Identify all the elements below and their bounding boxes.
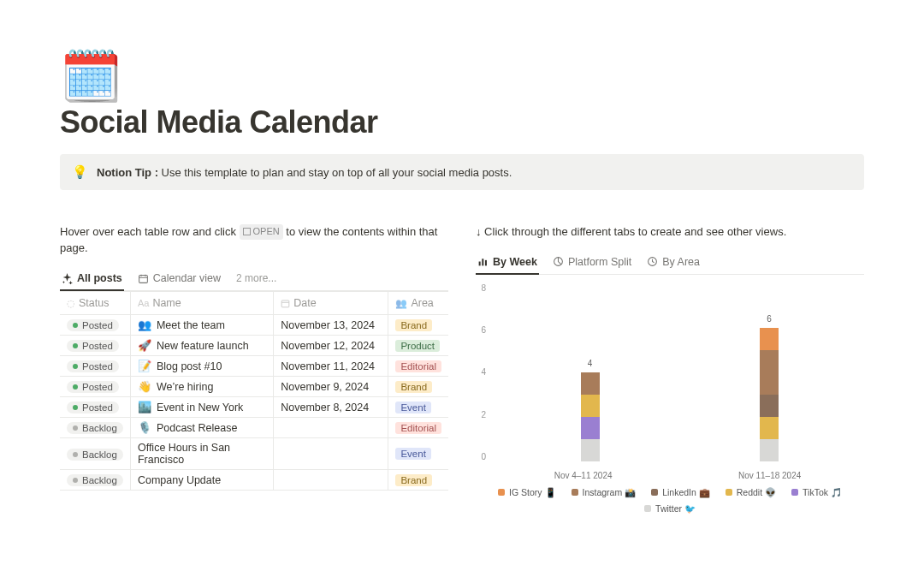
status-label: Posted (82, 382, 113, 392)
legend-item: Twitter 🐦 (644, 503, 696, 515)
table-row[interactable]: Posted🚀New feature launchNovember 12, 20… (60, 336, 448, 356)
status-tag: Posted (67, 340, 119, 352)
cell-status: Backlog (60, 418, 130, 438)
left-hint-pre: Hover over each table row and click (60, 225, 240, 238)
tab-calendar-view[interactable]: Calendar view (136, 267, 222, 291)
page-title: Social Media Calendar (60, 104, 864, 140)
status-label: Backlog (82, 449, 117, 460)
cell-name: 📝Blog post #10 (130, 356, 273, 377)
legend-item: LinkedIn 💼 (651, 487, 710, 498)
y-tick: 2 (476, 410, 486, 419)
row-date: November 9, 2024 (281, 381, 369, 393)
row-name: We’re hiring (157, 381, 213, 393)
bar-segment (760, 328, 779, 350)
status-dot-icon (73, 452, 78, 457)
cell-area: Event (388, 438, 448, 470)
legend-item: Reddit 👽 (726, 487, 776, 498)
table-row[interactable]: BacklogOffice Hours in San FranciscoEven… (60, 438, 448, 470)
bar-total-label: 4 (581, 359, 600, 368)
table-row[interactable]: Posted🏙️Event in New YorkNovember 8, 202… (60, 397, 448, 418)
left-hint: Hover over each table row and click OPEN… (60, 224, 448, 257)
date-col-icon (281, 299, 290, 308)
bar-group: 4 (581, 372, 600, 461)
status-dot-icon (73, 425, 78, 431)
row-emoji-icon: 🚀 (138, 339, 151, 352)
right-hint: ↓ Click through the different tabs to cr… (476, 224, 864, 241)
cell-area: Brand (388, 377, 448, 397)
bar-segment (581, 395, 600, 417)
cell-area: Brand (388, 315, 448, 336)
row-name: Event in New York (157, 402, 243, 413)
tab-all-posts[interactable]: All posts (60, 267, 124, 291)
table-row[interactable]: Backlog🎙️Podcast ReleaseEditorial (60, 418, 448, 438)
sparkle-icon (62, 273, 73, 284)
th-date-label: Date (293, 297, 316, 309)
callout-text: Notion Tip : Use this template to plan a… (97, 166, 512, 179)
svg-rect-4 (485, 260, 487, 266)
cell-area: Brand (388, 470, 448, 491)
status-col-icon: ◌ (67, 298, 75, 309)
status-label: Posted (82, 320, 113, 330)
bar-chart-icon (477, 256, 489, 267)
tab-platform-split[interactable]: Platform Split (551, 251, 633, 275)
legend-label: Twitter 🐦 (655, 503, 696, 515)
th-name[interactable]: AaName (130, 292, 273, 315)
status-tag: Posted (67, 319, 119, 331)
table-row[interactable]: Posted👋We’re hiringNovember 9, 2024Brand (60, 377, 448, 397)
cell-date: November 13, 2024 (274, 315, 388, 336)
name-col-icon: Aa (138, 298, 149, 308)
tab-more[interactable]: 2 more... (234, 267, 278, 291)
status-tag: Backlog (67, 474, 123, 486)
legend-label: TikTok 🎵 (803, 487, 842, 498)
page-icon: 🗓️ (60, 51, 864, 101)
tab-by-area[interactable]: By Area (645, 251, 702, 275)
cell-status: Posted (60, 397, 130, 418)
legend-label: Instagram 📸 (583, 487, 637, 498)
tab-platform-split-label: Platform Split (568, 256, 631, 268)
y-tick: 6 (476, 325, 486, 335)
cell-name: Company Update (130, 470, 273, 491)
table-row[interactable]: Posted📝Blog post #10November 11, 2024Edi… (60, 356, 448, 377)
status-tag: Backlog (67, 449, 123, 461)
legend-swatch-icon (726, 489, 732, 496)
th-name-label: Name (152, 297, 181, 309)
row-name: Blog post #10 (157, 360, 222, 372)
row-emoji-icon: 👥 (138, 318, 151, 331)
tab-calendar-view-label: Calendar view (153, 272, 221, 284)
table-row[interactable]: Posted👥Meet the teamNovember 13, 2024Bra… (60, 315, 448, 336)
th-date[interactable]: Date (274, 292, 388, 315)
legend-item: IG Story 📱 (498, 487, 555, 498)
bar-segment (581, 372, 600, 395)
legend-swatch-icon (572, 489, 578, 496)
row-name: Podcast Release (157, 422, 238, 434)
bar-segment (581, 417, 600, 439)
status-label: Posted (82, 361, 113, 372)
bar-segment (760, 417, 779, 439)
status-dot-icon (73, 343, 78, 348)
table-row[interactable]: BacklogCompany UpdateBrand (60, 470, 448, 491)
legend-label: Reddit 👽 (737, 487, 776, 498)
row-date: November 8, 2024 (281, 402, 369, 413)
th-area[interactable]: 👥Area (388, 292, 448, 315)
bar-total-label: 6 (760, 314, 779, 324)
bar-segment (760, 395, 779, 417)
th-status[interactable]: ◌Status (60, 292, 130, 315)
status-dot-icon (73, 323, 78, 328)
legend-swatch-icon (644, 505, 651, 512)
x-tick: Nov 11–18 2024 (738, 471, 801, 480)
lightbulb-icon: 💡 (72, 164, 88, 180)
y-tick: 4 (476, 367, 486, 377)
status-tag: Backlog (67, 422, 123, 434)
cell-status: Posted (60, 377, 130, 397)
cell-date (274, 438, 388, 470)
bar-group: 6 (760, 328, 779, 461)
svg-rect-3 (482, 259, 483, 266)
bar-segment (760, 439, 779, 461)
tab-by-week[interactable]: By Week (476, 251, 539, 275)
cell-status: Backlog (60, 438, 130, 470)
right-tabs: By Week Platform Split By Area (476, 251, 864, 275)
area-col-icon: 👥 (395, 298, 407, 309)
legend-label: LinkedIn 💼 (662, 487, 710, 498)
cell-status: Posted (60, 336, 130, 356)
status-label: Backlog (82, 423, 117, 433)
